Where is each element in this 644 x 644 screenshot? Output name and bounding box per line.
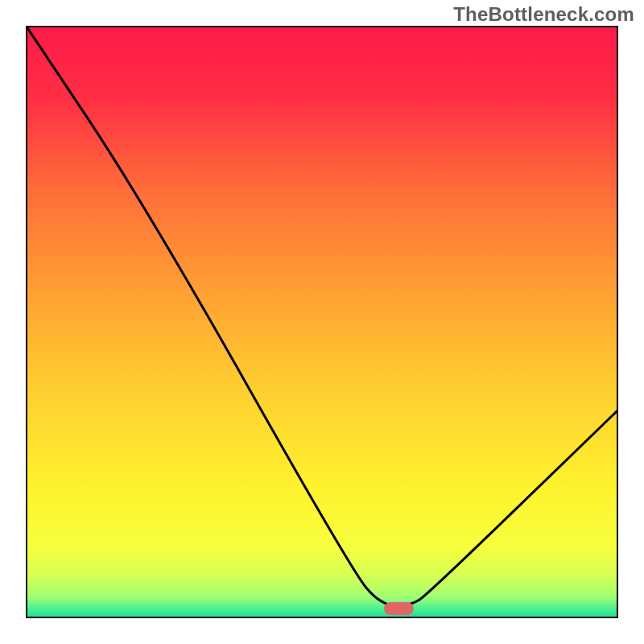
watermark-text: TheBottleneck.com — [453, 3, 634, 26]
gradient-background — [27, 27, 617, 617]
chart-container: TheBottleneck.com — [0, 0, 644, 644]
bottleneck-chart — [0, 0, 644, 644]
optimal-marker — [384, 602, 414, 615]
